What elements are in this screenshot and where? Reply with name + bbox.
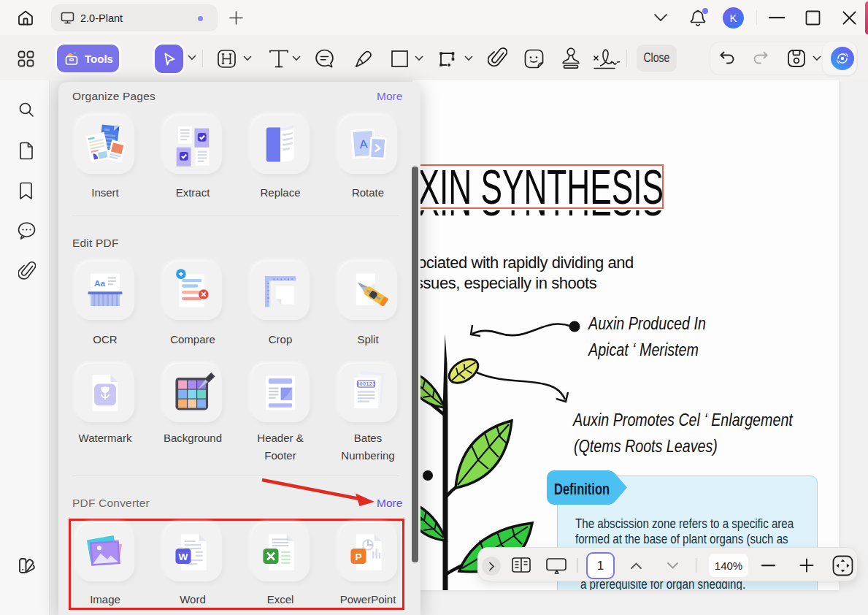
svg-text:W: W xyxy=(179,551,188,562)
svg-text:A: A xyxy=(359,137,368,150)
svg-text:000123: 000123 xyxy=(356,381,375,386)
svg-text:Aa: Aa xyxy=(94,278,105,288)
svg-text:P: P xyxy=(355,551,361,562)
